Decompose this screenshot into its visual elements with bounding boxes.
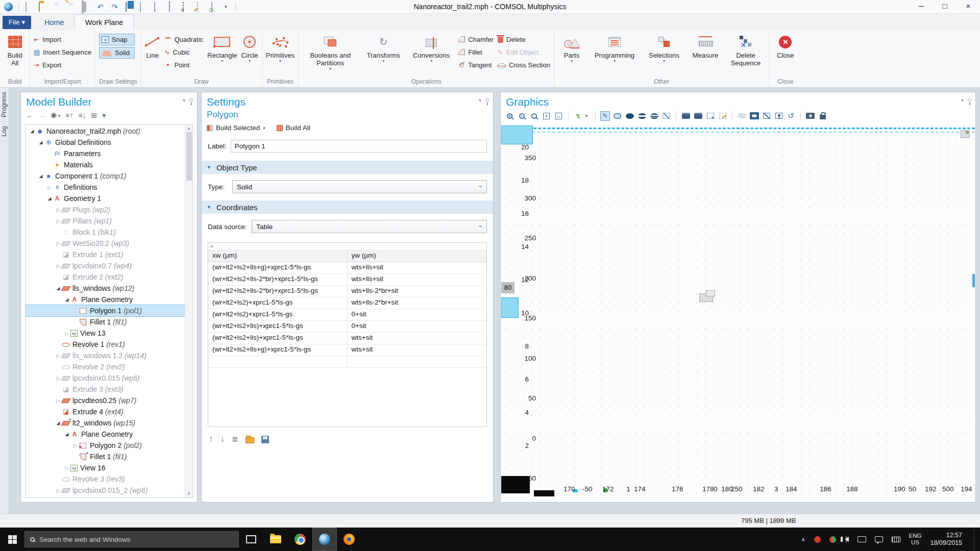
tree-item[interactable]: ◢lls_windows (wp12) [26, 283, 185, 294]
tree-item[interactable]: ◪Extrude 2 (ext2) [26, 271, 185, 283]
table-cell[interactable] [208, 356, 348, 367]
volume-icon[interactable] [845, 537, 849, 542]
edit-plane-toggle-icon[interactable]: ✎ [600, 111, 610, 121]
tree-item[interactable]: ▷Plugs (wp2) [26, 204, 185, 215]
table-cell[interactable]: (wr+lt2+ls2+lls)+xprc1-5*ls-gs [208, 321, 348, 332]
wireframe-rendering-icon[interactable] [612, 111, 622, 121]
table-cell[interactable]: (wr+lt2+ls2+lls-2*br)+xprc1-5*ls-gs [208, 286, 348, 297]
scroll-down-icon[interactable]: ▼ [187, 490, 191, 497]
notification-red-icon[interactable] [814, 536, 821, 543]
selections-button[interactable]: Selections▾ [644, 33, 684, 63]
select-box-icon[interactable] [705, 111, 715, 121]
snapshot-icon[interactable] [805, 111, 815, 121]
tree-item[interactable]: ◢AGeometry 1 [26, 193, 185, 204]
chrome-button[interactable] [288, 528, 312, 551]
table-cell[interactable]: wts+lls+sit [348, 262, 487, 273]
booleans-partitions-button[interactable]: Booleans and Partitions▾ [302, 33, 358, 71]
table-expand-icon[interactable]: » [208, 243, 486, 251]
tree-item[interactable]: ▷xyView 13 [26, 328, 185, 339]
column-header-yw[interactable]: yw (µm) [348, 251, 487, 262]
zoom-in-icon[interactable]: + [505, 111, 514, 121]
conversions-button[interactable]: Conversions▾ [408, 33, 454, 63]
tree-item[interactable]: ▷Pillars (wp1) [26, 215, 185, 227]
scrollbar-thumb[interactable] [186, 132, 192, 181]
delete-icon[interactable] [169, 1, 170, 12]
forward-arrow-icon[interactable]: → [38, 111, 45, 119]
zoom-to-selection-icon[interactable]: ↔ [554, 111, 564, 121]
quadratic-button[interactable]: Quadratic [164, 34, 203, 45]
line-button[interactable]: Line [145, 33, 160, 59]
start-button[interactable] [0, 528, 24, 551]
go-to-view-icon[interactable]: ↯ [573, 111, 583, 121]
progress-side-tab[interactable]: Progress [0, 88, 8, 122]
maximize-button[interactable]: □ [933, 0, 957, 13]
show-desktop-button[interactable] [974, 528, 977, 551]
chamfer-button[interactable]: Chamfer [458, 34, 494, 45]
tree-expander-icon[interactable]: ◢ [37, 140, 44, 145]
tree-expander-icon[interactable]: ◢ [63, 297, 70, 302]
table-row[interactable]: (wr+lt2+ls2+lls)+xprc1-5*ls-gswts+sit [208, 333, 486, 344]
tree-item[interactable]: Revolve 3 (rev3) [26, 473, 185, 485]
panel-menu-icon[interactable]: ▾ [961, 97, 964, 103]
zoom-extents-icon[interactable]: + [542, 111, 551, 121]
table-row[interactable]: (wr+lt2+ls2)+xprc1-5*ls-gswts+lls-2*br+s… [208, 297, 486, 309]
tree-item[interactable]: ◢■Component 1 (comp1) [26, 170, 185, 182]
zoom-box-icon[interactable]: ▫ [529, 111, 539, 121]
insert-sequence-button[interactable]: ▤Insert Sequence [34, 46, 91, 58]
tree-item[interactable]: PiParameters [26, 148, 185, 159]
tree-item[interactable]: ▷lls_windows 1.2 (wp14) [26, 350, 185, 361]
display-icon[interactable] [857, 536, 866, 542]
table-cell[interactable]: wts+lls+sit [348, 274, 487, 285]
measure-button[interactable]: Measure [689, 33, 722, 59]
notification-color-icon[interactable] [829, 536, 836, 543]
tree-item[interactable]: ▷lpcvdsinx0.015_2 (wp8) [26, 485, 185, 496]
paste-icon[interactable] [140, 2, 141, 12]
hide-selected-icon[interactable] [737, 111, 747, 121]
column-header-xw[interactable]: xw (µm) [208, 251, 348, 262]
message-icon[interactable] [875, 536, 883, 542]
tree-item[interactable]: ◪Extrude 4 (ext4) [26, 406, 185, 417]
scene-light-icon[interactable] [681, 111, 691, 121]
load-from-file-icon[interactable] [246, 437, 254, 443]
move-down-icon[interactable]: ↓ [220, 435, 225, 443]
tree-expander-icon[interactable]: ▷ [63, 465, 70, 471]
build-all-settings-button[interactable]: Build All [277, 124, 310, 132]
table-cell[interactable]: 0+sit [348, 309, 487, 320]
table-cell[interactable]: wts+lls-2*br+sit [348, 286, 487, 297]
tree-item[interactable]: ◢lt2_windows (wp15) [26, 417, 185, 429]
data-source-select[interactable]: Table [252, 220, 487, 233]
table-cell[interactable]: wts+lls-2*br+sit [348, 297, 487, 309]
delete-button[interactable]: Delete [498, 34, 550, 45]
object-type-section-header[interactable]: ▼ Object Type [202, 161, 493, 174]
fillet-button[interactable]: Fillet [458, 46, 494, 58]
tree-item[interactable]: ▷WetSio20.2 (wp3) [26, 238, 185, 249]
cubic-button[interactable]: ∿Cubic [164, 46, 203, 58]
back-arrow-icon[interactable]: ← [26, 111, 33, 119]
geometry-object[interactable] [706, 290, 715, 296]
tree-item[interactable]: ◢⊕Global Definitions [26, 137, 185, 148]
tree-item[interactable]: ◪Extrude 3 (ext3) [26, 384, 185, 395]
tree-item[interactable]: Polygon 1 (pol1) [26, 305, 185, 316]
table-cell[interactable]: 0+sit [348, 321, 487, 332]
tree-item[interactable]: ▷lpcvdsinx0.015 (wp6) [26, 372, 185, 384]
pin-icon[interactable] [485, 98, 489, 102]
hide-objects-icon[interactable] [649, 111, 659, 121]
tangent-button[interactable]: Tangent [458, 59, 494, 70]
open-icon[interactable] [39, 2, 40, 12]
table-cell[interactable]: (wr+lt2+ls2+lls-2*br)+xprc1-5*ls-gs [208, 274, 348, 285]
primitives-button[interactable]: Primitives▾ [266, 33, 295, 63]
tree-item[interactable]: ◪Extrude 1 (ext1) [26, 249, 185, 260]
point-button[interactable]: Point [164, 59, 203, 70]
tree-expander-icon[interactable]: ▷ [72, 443, 79, 448]
zoom-out-icon[interactable]: − [517, 111, 527, 121]
task-view-button[interactable] [239, 528, 263, 551]
undo-icon[interactable]: ↶ [96, 3, 105, 11]
tree-item[interactable]: ◢◆Nanoreactor_trail2.mph (root) [26, 126, 185, 137]
surface-rendering-icon[interactable] [625, 111, 634, 121]
tree-item[interactable]: ▷Polygon 2 (pol2) [26, 440, 185, 451]
tree-item[interactable]: ▷lpcvdteos0.25 (wp7) [26, 395, 185, 406]
duplicate-icon[interactable] [154, 2, 155, 12]
tree-expander-icon[interactable]: ◢ [46, 196, 53, 201]
save-to-file-icon[interactable] [261, 436, 269, 443]
tree-item[interactable]: □Block 1 (blk1) [26, 227, 185, 238]
